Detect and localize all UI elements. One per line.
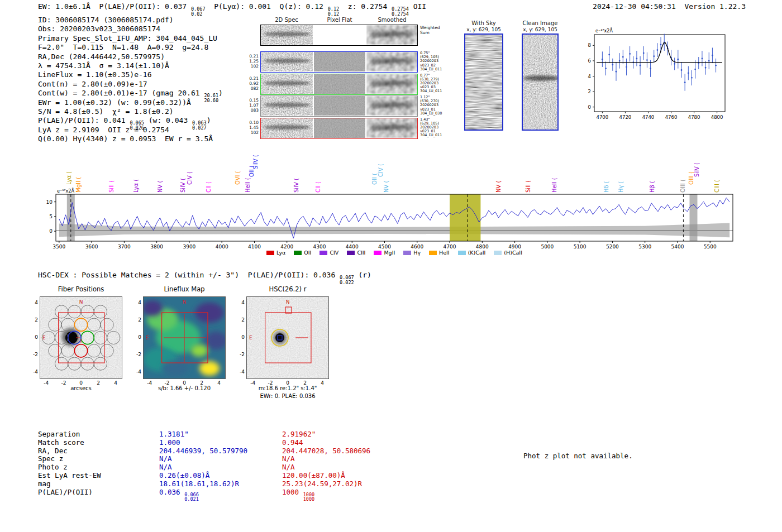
svg-text:4900: 4900 [508, 244, 521, 250]
match-table-row: Photo zN/AN/A [38, 463, 457, 471]
fiber-row-images [260, 118, 418, 139]
hsc-cutout-image: NE [247, 297, 328, 378]
spec2d-cell [261, 74, 313, 94]
match-candidate-1-value: 0.036 0.0660.021 [159, 488, 199, 502]
axis-tick-label: -2 [128, 352, 141, 357]
stacked-uncertainty: 0.0670.022 [340, 275, 354, 285]
spec2d-col-title: 2D Spec [261, 17, 312, 23]
svg-text:5500: 5500 [704, 244, 717, 250]
svg-text:4400: 4400 [346, 244, 359, 250]
match-candidate-1-value: 18.61(18.61,18.62)R [159, 480, 239, 488]
stacked-uncertainty: 20.6120.60 [204, 93, 218, 103]
fiber-row-annotation: 0.75"(629, 105)20200203v023_02304_LU_011 [420, 51, 452, 71]
fiber-row-metrics: 0.151.07083 [244, 98, 259, 113]
info-line: S/N = 4.8(±0.5) χ² = 1.8(±0.2) [38, 107, 223, 116]
axis-tick-label: -4 [25, 369, 38, 375]
legend-item: Lyα [266, 250, 285, 256]
stacked-uncertainty: 0.0660.021 [184, 492, 199, 502]
annotation-line: 304_LU_011 [420, 133, 452, 137]
svg-text:4700: 4700 [597, 114, 609, 120]
catalog-match-header: HSC-DEX : Possible Matches = 2 (within +… [38, 271, 371, 285]
legend-swatch [403, 251, 411, 255]
match-field-label: Est LyA rest-EW [38, 471, 101, 480]
svg-text:4: 4 [588, 74, 591, 79]
match-field-label: RA, Dec [38, 447, 68, 455]
metric-value: 0.15 [244, 98, 259, 103]
svg-text:4500: 4500 [378, 244, 391, 250]
legend-swatch [266, 251, 274, 255]
axis-tick-label: 0 [25, 334, 38, 340]
lineflux-cutout-image: NE [144, 297, 225, 378]
svg-text:N: N [79, 299, 83, 305]
spec2d-col-title: Pixel Flat [314, 17, 365, 23]
svg-text:E: E [146, 335, 149, 341]
spectral-line-label: OII ( [249, 165, 255, 177]
fiber-row-metrics: 0.210.92082 [244, 76, 259, 91]
legend-item: MgII [374, 250, 395, 256]
svg-text:3700: 3700 [118, 244, 131, 250]
info-line: P(LAE)/P(OII): 0.041 0.0650.026 (w: 0.04… [38, 116, 223, 125]
match-candidate-2-value: 0.944 [282, 438, 303, 447]
svg-text:6: 6 [588, 58, 591, 64]
spectral-line-label: CIV ( [378, 164, 384, 177]
lineflux-map-title: Lineflux Map [144, 285, 225, 293]
spectral-line-label: OVI ( [235, 171, 241, 185]
fiber-row-annotation: 0.77"(630, 279)20200203v023_03304_LU_011 [420, 74, 452, 94]
legend-swatch [320, 251, 327, 255]
info-line: Q(0.00) Hγ(4340) z = 0.0953 EW r = 3.5Å [38, 135, 223, 143]
annotation-line: 304_LU_011 [420, 89, 452, 93]
match-table-row: RA, Dec204.446939, 50.579790204.447028, … [38, 447, 457, 455]
metric-value: 102 [244, 130, 259, 135]
info-line: Cont(n) = 2.80(±0.09)e-17 [38, 80, 223, 89]
stacked-uncertainty: 10001000 [303, 492, 314, 502]
photz-note: Phot z plot not available. [523, 452, 633, 460]
timestamp-version: 2024-12-30 04:50:31 Version 1.22.3 [593, 2, 746, 11]
info-line: Cont(w) = 2.80(±0.01)e-17 (gmag 20.61 20… [38, 89, 223, 98]
spectral-line-label: OIII ( [688, 171, 694, 185]
svg-text:4740: 4740 [642, 114, 655, 120]
legend-swatch [374, 251, 382, 255]
fiber-positions-title: Fiber Positions [40, 285, 122, 293]
svg-text:5400: 5400 [671, 244, 684, 250]
svg-text:E: E [249, 335, 252, 341]
spec2d-cell [261, 118, 313, 138]
info-line: F=2.0" T=0.115 N=1.48 A=0.92 g=24.8 [38, 43, 223, 52]
match-candidate-2-value: N/A [282, 463, 295, 471]
match-candidate-2-value: 25.23(24.59,27.02)R [282, 480, 362, 488]
svg-text:N: N [183, 299, 187, 305]
match-candidate-1-value: 1.000 [159, 438, 180, 447]
match-candidate-1-value: N/A [159, 454, 172, 463]
metric-value: 0.92 [244, 81, 259, 86]
info-line: λ = 4754.31Å σ = 3.14(±1.10)Å [38, 61, 223, 70]
metric-value: 1.45 [244, 125, 259, 130]
spectral-line-label: CIV ( [187, 171, 193, 185]
svg-text:5000: 5000 [541, 244, 554, 250]
match-table-row: Spec zN/AN/A [38, 454, 457, 463]
svg-text:4780: 4780 [688, 114, 700, 120]
detection-info-panel: ID: 3006085174 (3006085174.pdf)Obs: 2020… [38, 16, 223, 143]
match-field-label: Match score [38, 438, 84, 447]
fiber-row-metrics: 0.211.25102 [244, 54, 259, 69]
svg-text:5300: 5300 [638, 244, 651, 250]
stacked-uncertainty: 0.27540.2754 [392, 7, 409, 16]
fiber-row-metrics: 0.101.45102 [244, 120, 259, 135]
axis-tick-label: -2 [25, 352, 38, 357]
info-line: LineFlux = 1.10(±0.35)e-16 [38, 70, 223, 79]
svg-text:2: 2 [588, 89, 591, 94]
svg-text:N: N [286, 299, 290, 305]
match-field-label: mag [38, 480, 51, 488]
metric-value: 1.07 [244, 103, 259, 108]
spec2d-cell [261, 96, 313, 116]
match-candidate-1-value: 204.446939, 50.579790 [159, 447, 247, 455]
axis-tick-label: 2 [231, 317, 245, 323]
fiber-row-annotation: 1.43"(629, 105)20200203v023_01304_LU_011 [420, 118, 452, 138]
metric-value: 082 [244, 86, 259, 91]
stacked-uncertainty: 0.0670.02 [191, 7, 206, 16]
metric-value: 0.21 [244, 54, 259, 59]
match-table-row: Est LyA rest-EW0.26(±0.08)Å120.00(±87.00… [38, 471, 457, 480]
stacked-uncertainty: 0.120.12 [328, 7, 339, 16]
stacked-uncertainty: 0.0630.027 [192, 121, 207, 130]
svg-text:3600: 3600 [85, 244, 98, 250]
axis-tick-label: 2 [128, 317, 141, 323]
match-candidate-2-value: 2.91962" [282, 430, 316, 438]
